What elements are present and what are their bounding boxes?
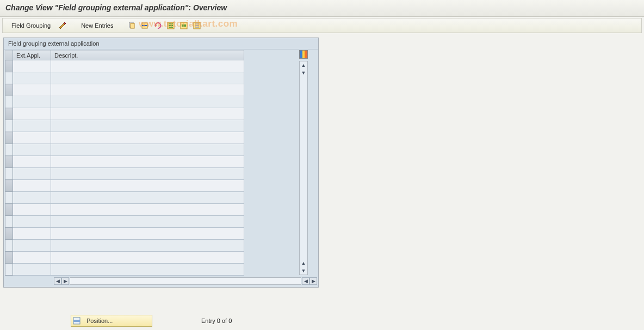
delete-icon[interactable] bbox=[139, 20, 150, 31]
row-selector[interactable] bbox=[5, 252, 13, 264]
row-selector[interactable] bbox=[5, 180, 13, 192]
cell-descript[interactable] bbox=[51, 168, 244, 180]
new-entries-button[interactable]: New Entries bbox=[77, 21, 117, 30]
hscroll-track[interactable] bbox=[70, 277, 301, 285]
cell-descript[interactable] bbox=[51, 144, 244, 156]
table-row[interactable] bbox=[5, 204, 244, 216]
table-row[interactable] bbox=[5, 252, 244, 264]
table-row[interactable] bbox=[5, 72, 244, 84]
scroll-right-icon[interactable]: ▶ bbox=[61, 277, 69, 285]
row-selector[interactable] bbox=[5, 72, 13, 84]
svg-rect-13 bbox=[195, 27, 199, 28]
cell-ext-appl[interactable] bbox=[13, 120, 51, 132]
horizontal-scrollbar[interactable]: ◀ ▶ ◀ ▶ bbox=[4, 276, 318, 287]
table-row[interactable] bbox=[5, 216, 244, 228]
row-selector[interactable] bbox=[5, 204, 13, 216]
row-selector-header[interactable] bbox=[5, 51, 13, 60]
cell-descript[interactable] bbox=[51, 72, 244, 84]
copy-as-icon[interactable] bbox=[126, 20, 137, 31]
table-row[interactable] bbox=[5, 120, 244, 132]
row-selector[interactable] bbox=[5, 96, 13, 108]
column-header-ext-appl[interactable]: Ext.Appl. bbox=[13, 51, 51, 60]
cell-ext-appl[interactable] bbox=[13, 132, 51, 144]
row-selector[interactable] bbox=[5, 108, 13, 120]
undo-change-icon[interactable] bbox=[152, 20, 163, 31]
table-row[interactable] bbox=[5, 168, 244, 180]
scroll-down-icon[interactable]: ▼ bbox=[300, 69, 307, 77]
cell-descript[interactable] bbox=[51, 60, 244, 72]
scroll-up-icon[interactable]: ▲ bbox=[300, 259, 307, 267]
cell-descript[interactable] bbox=[51, 264, 244, 276]
row-selector[interactable] bbox=[5, 216, 13, 228]
row-selector[interactable] bbox=[5, 120, 13, 132]
table-row[interactable] bbox=[5, 180, 244, 192]
table-row[interactable] bbox=[5, 108, 244, 120]
table-row[interactable] bbox=[5, 60, 244, 72]
row-selector[interactable] bbox=[5, 156, 13, 168]
row-selector[interactable] bbox=[5, 192, 13, 204]
row-selector[interactable] bbox=[5, 144, 13, 156]
row-selector[interactable] bbox=[5, 132, 13, 144]
data-grid[interactable]: Ext.Appl. Descript. bbox=[5, 50, 244, 276]
vertical-scrollbar[interactable]: ▲ ▼ ▲ ▼ bbox=[299, 61, 308, 275]
cell-descript[interactable] bbox=[51, 84, 244, 96]
cell-descript[interactable] bbox=[51, 96, 244, 108]
scroll-left-icon[interactable]: ◀ bbox=[54, 277, 61, 285]
select-block-icon[interactable] bbox=[178, 20, 189, 31]
deselect-all-icon[interactable] bbox=[191, 20, 202, 31]
cell-descript[interactable] bbox=[51, 228, 244, 240]
cell-descript[interactable] bbox=[51, 252, 244, 264]
select-all-icon[interactable] bbox=[165, 20, 176, 31]
scroll-right-icon[interactable]: ▶ bbox=[309, 277, 317, 285]
field-grouping-button[interactable]: Field Grouping bbox=[7, 21, 55, 30]
table-row[interactable] bbox=[5, 132, 244, 144]
position-button[interactable]: Position... bbox=[71, 315, 152, 327]
cell-descript[interactable] bbox=[51, 192, 244, 204]
entry-count-text: Entry 0 of 0 bbox=[201, 317, 232, 324]
cell-descript[interactable] bbox=[51, 120, 244, 132]
cell-ext-appl[interactable] bbox=[13, 216, 51, 228]
table-row[interactable] bbox=[5, 156, 244, 168]
row-selector[interactable] bbox=[5, 60, 13, 72]
row-selector[interactable] bbox=[5, 264, 13, 276]
table-row[interactable] bbox=[5, 240, 244, 252]
cell-ext-appl[interactable] bbox=[13, 264, 51, 276]
table-row[interactable] bbox=[5, 84, 244, 96]
table-row[interactable] bbox=[5, 228, 244, 240]
table-settings-icon[interactable] bbox=[299, 50, 308, 59]
cell-ext-appl[interactable] bbox=[13, 108, 51, 120]
cell-ext-appl[interactable] bbox=[13, 252, 51, 264]
cell-ext-appl[interactable] bbox=[13, 168, 51, 180]
cell-descript[interactable] bbox=[51, 216, 244, 228]
row-selector[interactable] bbox=[5, 168, 13, 180]
row-selector[interactable] bbox=[5, 228, 13, 240]
cell-ext-appl[interactable] bbox=[13, 156, 51, 168]
table-row[interactable] bbox=[5, 264, 244, 276]
column-header-descript[interactable]: Descript. bbox=[51, 51, 244, 60]
toggle-display-change-icon[interactable] bbox=[57, 20, 68, 31]
cell-ext-appl[interactable] bbox=[13, 180, 51, 192]
cell-descript[interactable] bbox=[51, 156, 244, 168]
cell-descript[interactable] bbox=[51, 240, 244, 252]
cell-ext-appl[interactable] bbox=[13, 96, 51, 108]
scroll-up-icon[interactable]: ▲ bbox=[300, 61, 307, 69]
cell-ext-appl[interactable] bbox=[13, 72, 51, 84]
table-row[interactable] bbox=[5, 144, 244, 156]
cell-ext-appl[interactable] bbox=[13, 84, 51, 96]
cell-descript[interactable] bbox=[51, 132, 244, 144]
cell-descript[interactable] bbox=[51, 180, 244, 192]
table-row[interactable] bbox=[5, 192, 244, 204]
cell-ext-appl[interactable] bbox=[13, 192, 51, 204]
cell-ext-appl[interactable] bbox=[13, 144, 51, 156]
cell-ext-appl[interactable] bbox=[13, 228, 51, 240]
cell-ext-appl[interactable] bbox=[13, 60, 51, 72]
row-selector[interactable] bbox=[5, 84, 13, 96]
cell-ext-appl[interactable] bbox=[13, 240, 51, 252]
table-row[interactable] bbox=[5, 96, 244, 108]
row-selector[interactable] bbox=[5, 240, 13, 252]
cell-ext-appl[interactable] bbox=[13, 204, 51, 216]
scroll-down-icon[interactable]: ▼ bbox=[300, 267, 307, 275]
cell-descript[interactable] bbox=[51, 204, 244, 216]
cell-descript[interactable] bbox=[51, 108, 244, 120]
scroll-left-icon[interactable]: ◀ bbox=[302, 277, 309, 285]
